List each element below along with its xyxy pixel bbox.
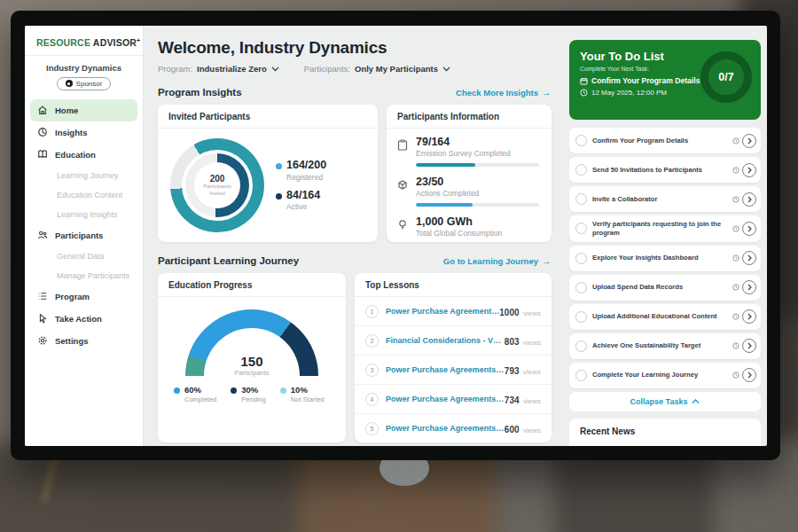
views-suffix: views xyxy=(523,309,541,317)
task-checkbox[interactable] xyxy=(575,223,587,234)
sidebar-program-name: Industry Dynamics xyxy=(25,63,143,73)
chevron-right-icon xyxy=(747,137,752,145)
task-upload-educational-content[interactable]: Upload Additional Educational Content xyxy=(569,304,761,330)
sidebar-item-learning-insights[interactable]: Learning Insights xyxy=(30,205,137,224)
lesson-link[interactable]: Power Purchase Agreements 101 xyxy=(386,307,499,316)
task-checkbox[interactable] xyxy=(575,135,587,146)
lesson-link[interactable]: Power Purchase Agreements 101 xyxy=(386,365,505,374)
sidebar-item-participants[interactable]: Participants xyxy=(30,224,137,246)
sidebar-item-label: Home xyxy=(55,106,78,115)
sidebar-item-general-data[interactable]: General Data xyxy=(30,246,137,266)
task-open-button[interactable] xyxy=(742,280,756,294)
todo-progress-ring: 0/7 xyxy=(700,51,752,103)
task-open-button[interactable] xyxy=(742,192,756,207)
task-open-button[interactable] xyxy=(742,309,756,324)
task-checkbox[interactable] xyxy=(575,253,587,264)
task-open-button[interactable] xyxy=(742,368,756,382)
task-send-invitations[interactable]: Send 50 Invitations to Participants xyxy=(569,157,761,183)
sidebar-item-learning-journey[interactable]: Learning Journey xyxy=(30,166,137,185)
insights-icon xyxy=(37,127,48,137)
task-checkbox[interactable] xyxy=(575,370,587,381)
task-explore-insights[interactable]: Explore Your Insights Dashboard xyxy=(569,246,761,271)
check-more-insights-link[interactable]: Check More Insights → xyxy=(456,88,552,98)
task-checkbox[interactable] xyxy=(575,193,587,205)
task-open-button[interactable] xyxy=(742,339,756,353)
lesson-views: 1000 xyxy=(499,308,519,317)
sidebar-item-program[interactable]: Program xyxy=(30,286,137,308)
task-checkbox[interactable] xyxy=(575,164,587,176)
legend-dot xyxy=(231,387,237,394)
task-achieve-sustainability-target[interactable]: Achieve One Sustainability Target xyxy=(569,333,761,359)
survey-progress-fill xyxy=(416,163,475,167)
legend-not-started: 10% Not Started xyxy=(280,386,325,403)
lesson-row-2[interactable]: 2 Financial Considerations - VPPAs 803 v… xyxy=(355,326,552,356)
info-row-survey: 79/164 Emission Survey Completed xyxy=(387,129,552,168)
clock-icon xyxy=(732,196,739,203)
program-filter[interactable]: Program: Industrialize Zero xyxy=(158,64,279,74)
lesson-row-4[interactable]: 4 Power Purchase Agreements 102 734 view… xyxy=(355,385,552,414)
legend-dot xyxy=(276,163,282,169)
sidebar-item-label: Insights xyxy=(55,128,87,137)
sidebar-item-home[interactable]: Home xyxy=(30,99,137,121)
lesson-link[interactable]: Power Purchase Agreements 103 xyxy=(386,424,505,433)
participants-filter[interactable]: Participants: Only My Participants xyxy=(304,64,450,74)
info-row-actions: 23/50 Actions Completed xyxy=(387,168,552,208)
sidebar-item-insights[interactable]: Insights xyxy=(30,121,137,144)
lesson-link[interactable]: Power Purchase Agreements 102 xyxy=(386,395,505,403)
lesson-rank: 1 xyxy=(365,305,379,318)
not-started-label: Not Started xyxy=(291,395,325,403)
task-complete-learning-journey[interactable]: Complete Your Learning Journey xyxy=(569,363,761,388)
sidebar-item-education-content[interactable]: Education Content xyxy=(30,185,137,205)
task-open-button[interactable] xyxy=(742,134,756,148)
go-to-learning-journey-link[interactable]: Go to Learning Journey → xyxy=(443,256,552,266)
due-label: 12 May 2025, 12:00 PM xyxy=(591,89,667,97)
program-insights-header: Program Insights Check More Insights → xyxy=(158,87,552,98)
sponsor-badge[interactable]: Sponsor xyxy=(57,77,112,90)
chevron-right-icon xyxy=(747,284,752,291)
task-invite-collaborator[interactable]: Invite a Collaborator xyxy=(569,186,761,212)
task-open-button[interactable] xyxy=(742,163,756,177)
legend-pending: 30% Pending xyxy=(231,386,266,403)
program-filter-label: Program: xyxy=(158,64,192,74)
sidebar-item-take-action[interactable]: Take Action xyxy=(30,308,137,330)
lesson-rank: 2 xyxy=(365,334,379,348)
education-progress-card: Education Progress 150 Participants xyxy=(158,273,346,442)
task-open-button[interactable] xyxy=(742,251,756,265)
completed-pct: 60% xyxy=(184,386,216,395)
chevron-down-icon xyxy=(442,66,450,72)
lesson-row-3[interactable]: 3 Power Purchase Agreements 101 793 view… xyxy=(355,356,552,385)
participants-icon xyxy=(37,230,48,240)
task-checkbox[interactable] xyxy=(575,282,587,293)
actions-progress-track xyxy=(416,203,539,207)
lesson-row-1[interactable]: 1 Power Purchase Agreements 101 1000 vie… xyxy=(355,297,552,326)
logo-advisor: ADVISOR+ xyxy=(93,37,141,48)
clock-icon xyxy=(732,167,739,174)
section-title: Program Insights xyxy=(158,87,242,98)
task-checkbox[interactable] xyxy=(575,340,587,352)
sidebar-item-education[interactable]: Education xyxy=(30,144,137,166)
link-label: Go to Learning Journey xyxy=(443,256,538,266)
sidebar-item-label: Learning Journey xyxy=(57,171,119,180)
sponsor-icon xyxy=(66,80,73,87)
lesson-row-5[interactable]: 5 Power Purchase Agreements 103 600 view… xyxy=(355,414,552,442)
logo-resource: RESOURCE xyxy=(36,37,90,48)
task-verify-participants[interactable]: Verify participants requesting to join t… xyxy=(569,215,761,242)
survey-icon xyxy=(397,138,408,167)
views-suffix: views xyxy=(523,339,541,347)
collapse-tasks-button[interactable]: Collapse Tasks xyxy=(569,392,761,411)
chevron-up-icon xyxy=(692,399,700,404)
education-icon xyxy=(37,149,48,160)
clock-icon xyxy=(732,372,739,379)
task-label: Upload Spend Data Records xyxy=(592,283,730,292)
task-checkbox[interactable] xyxy=(575,311,587,323)
task-confirm-program-details[interactable]: Confirm Your Program Details xyxy=(569,128,761,153)
invited-legend: 164/200 Registered 84/164 Active xyxy=(276,152,326,220)
sidebar-item-manage-participants[interactable]: Manage Participants xyxy=(30,266,137,286)
sidebar-item-settings[interactable]: Settings xyxy=(30,330,137,352)
not-started-pct: 10% xyxy=(291,386,325,395)
task-open-button[interactable] xyxy=(742,222,756,236)
task-upload-spend-data[interactable]: Upload Spend Data Records xyxy=(569,275,761,301)
home-icon xyxy=(37,105,48,115)
lesson-link[interactable]: Financial Considerations - VPPAs xyxy=(386,336,505,345)
settings-icon xyxy=(37,335,48,346)
